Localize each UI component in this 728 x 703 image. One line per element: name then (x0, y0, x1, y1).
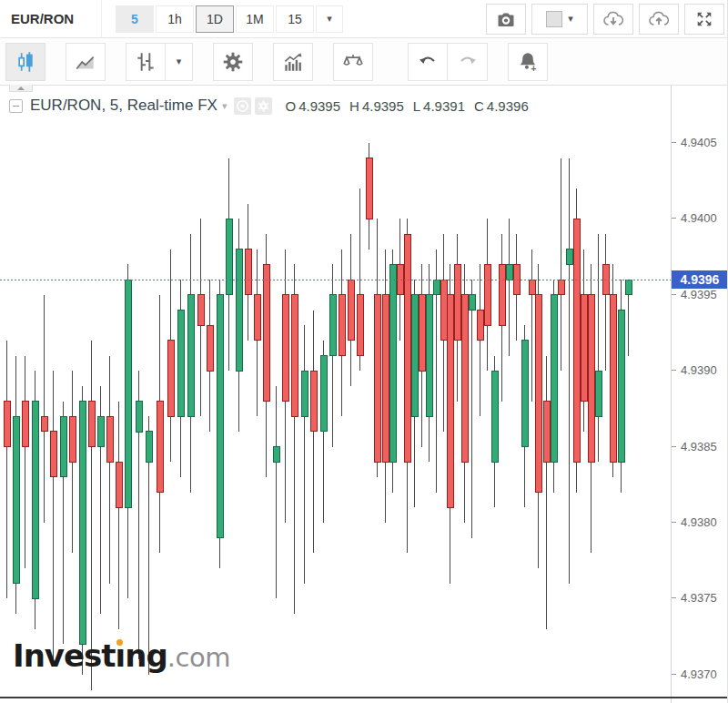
chevron-down-icon: ▾ (177, 56, 182, 67)
price-tick-label: 4.9405 (672, 135, 717, 150)
undo-button[interactable] (408, 43, 448, 81)
legend-title[interactable]: EUR/RON, 5, Real-time FX (30, 97, 217, 115)
style-dropdown-button[interactable]: ▾ (166, 43, 193, 81)
candlestick-style-button[interactable] (5, 43, 46, 81)
chevron-down-icon[interactable]: ▾ (222, 100, 228, 112)
bell-plus-icon: + (516, 50, 540, 74)
price-tick-label: 4.9390 (672, 362, 717, 378)
symbol-label: EUR/RON (11, 11, 74, 26)
chart-area[interactable]: EUR/RON, 5, Real-time FX ▾ O4.9395 H4.93… (0, 86, 728, 703)
symbol-field[interactable]: EUR/RON (0, 0, 102, 38)
snapshot-button[interactable] (486, 4, 526, 35)
chart-toolbar: ▾ (0, 38, 728, 86)
undo-arrow-icon (417, 51, 439, 73)
gear-icon (257, 99, 270, 113)
interval-button-1d[interactable]: 1D (196, 5, 234, 33)
chart-legend: EUR/RON, 5, Real-time FX ▾ O4.9395 H4.93… (9, 97, 538, 115)
bars-style-button[interactable] (126, 43, 166, 81)
chart-settings-button[interactable] (213, 43, 253, 81)
high-value: 4.9395 (362, 98, 404, 114)
low-label: L (413, 98, 420, 114)
candlestick-icon (14, 50, 37, 74)
top-toolbar-right: ▾ (480, 4, 728, 35)
redo-arrow-icon (457, 51, 479, 73)
interval-more-button[interactable]: ▾ (316, 5, 343, 33)
visibility-chip[interactable] (234, 97, 251, 115)
price-tick-label: 4.9400 (672, 210, 717, 226)
load-chart-button[interactable] (593, 4, 633, 35)
chart-widget: EUR/RON 5 1h 1D 1M 15 ▾ ▾ (0, 0, 728, 703)
open-label: O (285, 98, 296, 114)
indicators-icon (281, 50, 305, 74)
price-tick-label: 4.9375 (672, 590, 717, 606)
investing-com-logo[interactable]: Investıng .com (13, 637, 230, 674)
price-tick-label: 4.9395 (672, 287, 717, 302)
candlestick-plot[interactable] (0, 86, 671, 703)
chart-bottom-border (0, 697, 728, 698)
chevron-down-icon: ▾ (327, 13, 332, 25)
chevron-down-icon: ▾ (568, 13, 573, 25)
interval-button-5[interactable]: 5 (116, 5, 154, 33)
svg-text:+: + (531, 62, 536, 73)
top-toolbar: EUR/RON 5 1h 1D 1M 15 ▾ ▾ (0, 0, 728, 38)
interval-button-15[interactable]: 15 (276, 5, 314, 33)
close-label: C (474, 98, 484, 114)
low-value: 4.9391 (423, 98, 465, 114)
color-swatch-icon (546, 11, 562, 27)
price-tick-label: 4.9370 (672, 667, 717, 682)
price-axis[interactable]: 4.9396 4.94054.94004.93954.93904.93854.9… (671, 86, 728, 703)
ohlc-readout: O4.9395 H4.9395 L4.9391 C4.9396 (285, 98, 537, 114)
logo-tld-text: .com (167, 642, 230, 673)
circle-dot-icon (236, 99, 249, 113)
interval-group: 5 1h 1D 1M 15 ▾ (115, 5, 344, 33)
logo-brand-text: Investıng (13, 637, 167, 674)
gear-icon (221, 50, 245, 74)
series-settings-chip[interactable] (255, 97, 272, 115)
last-price-badge: 4.9396 (672, 270, 728, 289)
fullscreen-icon (694, 9, 714, 29)
close-value: 4.9396 (487, 98, 529, 114)
add-alert-button[interactable]: + (508, 43, 548, 81)
cloud-upload-icon (647, 7, 671, 31)
chevron-up-icon (17, 87, 25, 90)
interval-button-1m[interactable]: 1M (236, 5, 274, 33)
price-tick-label: 4.9380 (672, 515, 717, 530)
fullscreen-button[interactable] (684, 4, 724, 35)
compare-button[interactable] (333, 43, 373, 81)
redo-button[interactable] (448, 43, 488, 81)
price-tick-label: 4.9385 (672, 439, 717, 454)
area-chart-icon (74, 50, 97, 74)
toolbar-collapse-tab[interactable] (9, 85, 33, 92)
collapse-legend-icon[interactable] (9, 99, 23, 113)
open-value: 4.9395 (298, 98, 340, 114)
background-color-button[interactable]: ▾ (531, 4, 588, 35)
interval-button-1h[interactable]: 1h (156, 5, 194, 33)
logo-orange-dot: ı (116, 637, 126, 674)
scales-icon (341, 50, 365, 74)
high-label: H (349, 98, 359, 114)
cloud-download-icon (602, 7, 625, 31)
camera-icon (495, 8, 517, 30)
indicators-button[interactable] (273, 43, 313, 81)
ohlc-bars-icon (134, 50, 157, 74)
area-style-button[interactable] (66, 43, 106, 81)
save-chart-button[interactable] (639, 4, 679, 35)
